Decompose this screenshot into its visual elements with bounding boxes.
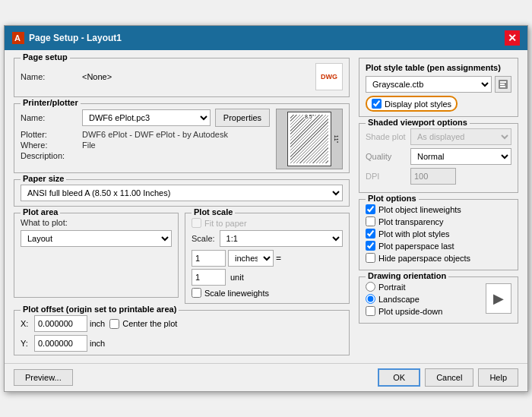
ctb-row: Grayscale.ctb — [366, 76, 511, 93]
footer-left: Preview... — [14, 369, 73, 386]
dpi-input[interactable] — [410, 168, 456, 185]
plot-style-section: Plot style table (pen assignments) Grays… — [359, 58, 518, 117]
description-row: Description: — [21, 151, 270, 160]
paper-size-label: Paper size — [21, 174, 66, 183]
svg-rect-5 — [500, 86, 505, 87]
hide-paperspace-objects-row: Hide paperspace objects — [366, 253, 511, 263]
scale-lineweights-row: Scale lineweights — [192, 288, 343, 298]
x-label: X: — [21, 319, 32, 328]
cancel-button[interactable]: Cancel — [425, 368, 473, 387]
plot-scale-label: Plot scale — [192, 207, 235, 216]
dim-top: 8.5" — [304, 114, 315, 119]
help-button[interactable]: Help — [478, 368, 518, 387]
dpi-row: DPI — [366, 168, 511, 185]
preview-button[interactable]: Preview... — [14, 369, 73, 386]
plot-paperspace-last-row: Plot paperspace last — [366, 241, 511, 251]
hide-paperspace-objects-checkbox[interactable] — [366, 253, 375, 263]
plot-area-section: Plot area What to plot: Layout — [14, 213, 179, 298]
portrait-label: Portrait — [378, 283, 405, 292]
landscape-radio[interactable] — [366, 294, 375, 304]
portrait-row: Portrait — [366, 282, 442, 292]
where-row: Where: File — [21, 141, 270, 150]
where-label: Where: — [21, 141, 78, 150]
plot-paperspace-last-label: Plot paperspace last — [378, 242, 454, 251]
display-plot-styles-checkbox[interactable] — [372, 99, 382, 109]
x-input[interactable] — [34, 315, 87, 332]
center-plot-checkbox[interactable] — [109, 319, 119, 329]
y-input[interactable] — [34, 335, 87, 352]
y-unit: inch — [90, 339, 105, 348]
inches-select[interactable]: inches — [228, 250, 274, 267]
paper-preview: 8.5" 11" — [276, 109, 343, 169]
what-to-plot-select[interactable]: Layout — [21, 230, 172, 247]
printer-label: Printer/plotter — [21, 98, 81, 107]
plot-transparency-checkbox[interactable] — [366, 216, 375, 226]
y-label: Y: — [21, 339, 32, 348]
shade-plot-row: Shade plot As displayed — [366, 128, 511, 145]
name-value: <None> — [82, 72, 112, 81]
fit-to-paper-checkbox[interactable] — [192, 218, 201, 228]
plot-with-plot-styles-row: Plot with plot styles — [366, 229, 511, 239]
properties-button[interactable]: Properties — [215, 109, 270, 127]
ok-button[interactable]: OK — [378, 368, 420, 387]
svg-text:A: A — [14, 33, 21, 43]
titlebar-left: A Page Setup - Layout1 — [12, 32, 122, 44]
scale-row: Scale: 1:1 — [192, 230, 343, 247]
x-unit: inch — [90, 319, 105, 328]
close-button[interactable]: ✕ — [505, 30, 520, 46]
scale-value1[interactable] — [192, 250, 226, 267]
scale-select[interactable]: 1:1 — [220, 230, 343, 247]
plot-paperspace-last-checkbox[interactable] — [366, 241, 375, 251]
landscape-row: Landscape — [366, 294, 442, 304]
plot-transparency-label: Plot transparency — [378, 217, 444, 226]
ctb-select[interactable]: Grayscale.ctb — [366, 76, 492, 93]
paper-size-select[interactable]: ANSI full bleed A (8.50 x 11.00 Inches) — [21, 185, 343, 201]
dim-right: 11" — [333, 134, 338, 144]
description-label: Description: — [21, 151, 78, 160]
upside-down-label: Plot upside-down — [378, 307, 442, 316]
dialog-title: Page Setup - Layout1 — [29, 33, 122, 43]
scale-lineweights-label: Scale lineweights — [204, 289, 269, 298]
what-to-plot-row: What to plot: — [21, 218, 172, 227]
plot-transparency-row: Plot transparency — [366, 216, 511, 226]
landscape-label: Landscape — [378, 295, 420, 304]
plot-object-lineweights-row: Plot object lineweights — [366, 204, 511, 214]
where-value: File — [82, 141, 96, 150]
plot-object-lineweights-checkbox[interactable] — [366, 204, 375, 214]
scale-lineweights-checkbox[interactable] — [192, 288, 201, 298]
plot-object-lineweights-label: Plot object lineweights — [378, 205, 461, 214]
plot-scale-section: Plot scale Fit to paper Scale: 1:1 — [185, 213, 350, 304]
plot-with-plot-styles-checkbox[interactable] — [366, 229, 375, 239]
display-plot-styles-label: Display plot styles — [385, 100, 451, 109]
upside-down-checkbox[interactable] — [366, 306, 375, 316]
app-icon: A — [12, 32, 24, 44]
shaded-viewport-label: Shaded viewport options — [366, 118, 470, 127]
plot-offset-label: Plot offset (origin set to printable are… — [21, 305, 179, 314]
plotter-row: Plotter: DWF6 ePlot - DWF ePlot - by Aut… — [21, 130, 270, 139]
plotter-label: Plotter: — [21, 130, 78, 139]
orientation-label: Drawing orientation — [366, 271, 448, 280]
name-label: Name: — [21, 72, 78, 81]
printer-name-select[interactable]: DWF6 ePlot.pc3 — [82, 109, 211, 126]
quality-select[interactable]: Normal — [410, 148, 511, 165]
quality-row: Quality Normal — [366, 148, 511, 165]
page-setup-dialog: A Page Setup - Layout1 ✕ Page setup Name… — [4, 25, 528, 392]
plot-with-plot-styles-label: Plot with plot styles — [378, 229, 450, 239]
display-plot-styles-container: Display plot styles — [366, 96, 458, 112]
plot-area-label: Plot area — [21, 207, 60, 216]
dialog-footer: Preview... OK Cancel Help — [5, 363, 527, 391]
titlebar: A Page Setup - Layout1 ✕ — [5, 26, 527, 50]
plotter-value: DWF6 ePlot - DWF ePlot - by Autodesk — [82, 130, 228, 139]
unit-label: unit — [230, 273, 244, 282]
shade-plot-select[interactable]: As displayed — [410, 128, 511, 145]
paper-size-section: Paper size ANSI full bleed A (8.50 x 11.… — [14, 179, 350, 207]
ctb-edit-button[interactable] — [495, 76, 511, 93]
plot-style-header: Plot style table (pen assignments) — [366, 63, 511, 72]
what-to-plot-label: What to plot: — [21, 218, 68, 227]
page-setup-section: Page setup Name: <None> DWG — [14, 58, 350, 97]
portrait-radio[interactable] — [366, 282, 375, 292]
scale-label: Scale: — [192, 234, 215, 243]
scale-value2[interactable] — [192, 269, 226, 286]
paper-inner: 8.5" — [287, 112, 331, 166]
fit-to-paper-row: Fit to paper — [192, 218, 343, 228]
